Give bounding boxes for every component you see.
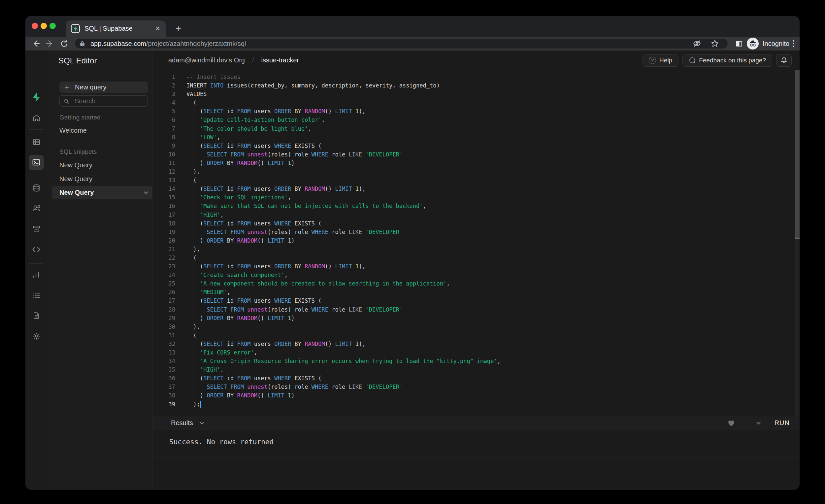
bookmark-star-icon[interactable] [710,39,719,48]
code-line[interactable]: 15 'Check for SQL injections', [152,193,800,202]
code-line[interactable]: 34 'A Cross Origin Resource Sharing erro… [152,357,800,365]
sql-editor-icon[interactable] [25,155,47,170]
code-line[interactable]: 3VALUES [152,90,800,98]
code-line[interactable]: 2INSERT INTO issues(created_by, summary,… [152,81,800,90]
side-panel-icon[interactable] [735,40,743,48]
results-chevron-icon[interactable] [200,420,204,424]
chevron-down-icon[interactable] [144,190,148,194]
code-line[interactable]: 5 (SELECT id FROM users ORDER BY RANDOM(… [152,107,800,116]
forward-button[interactable] [45,39,55,48]
code-line[interactable]: 38 ) ORDER BY RANDOM() LIMIT 1) [152,391,800,400]
code-line[interactable]: 28 SELECT FROM unnest(roles) role WHERE … [152,305,800,314]
search-input[interactable]: Search [59,95,148,106]
new-query-button[interactable]: New query [59,81,148,93]
sidebar-item-new-query-3-active[interactable]: New Query [52,186,152,199]
code-line[interactable]: 30 ), [152,322,800,331]
logs-icon[interactable] [25,288,47,302]
sql-code-editor[interactable]: 1-- Insert issues2INSERT INTO issues(cre… [152,70,800,416]
code-line[interactable]: 39 ); [152,400,800,409]
edge-functions-icon[interactable] [25,243,47,256]
sidebar-item-new-query-2[interactable]: New Query [59,175,92,183]
breadcrumb-org[interactable]: adam@windmill.dev's Org [168,57,245,64]
database-icon[interactable] [25,181,47,195]
code-line[interactable]: 37 SELECT FROM unnest(roles) role WHERE … [152,382,800,391]
code-line[interactable]: 22 ( [152,254,800,262]
code-line[interactable]: 18 (SELECT id FROM users WHERE EXISTS ( [152,219,800,228]
code-line[interactable]: 17 'HIGH', [152,211,800,219]
code-line[interactable]: 9 (SELECT id FROM users WHERE EXISTS ( [152,142,800,150]
code-line[interactable]: 23 (SELECT id FROM users ORDER BY RANDOM… [152,262,800,271]
scrollbar-thumb[interactable] [795,70,800,239]
code-line[interactable]: 16 'Make sure that SQL can not be inject… [152,202,800,210]
url-text: app.supabase.com/project/azahtnhqohyjerz… [90,40,246,48]
close-window-button[interactable] [32,23,38,29]
close-tab-icon[interactable]: ✕ [155,25,160,32]
help-button[interactable]: ? Help [643,54,678,67]
tab-title: SQL | Supabase [84,25,155,32]
code-line[interactable]: 14 (SELECT id FROM users ORDER BY RANDOM… [152,185,800,193]
browser-tab[interactable]: SQL | Supabase ✕ [66,20,166,37]
code-line[interactable]: 33 'Fix CORS error', [152,348,800,357]
run-button[interactable]: RUN [774,419,790,427]
editor-scrollbar[interactable] [795,70,800,416]
account-icon[interactable] [25,489,47,490]
breadcrumb-project[interactable]: issue-tracker [261,57,299,64]
code-line[interactable]: 21 ), [152,245,800,254]
code-line[interactable]: 6 'Update call-to-action button color', [152,116,800,124]
line-number: 20 [152,236,175,245]
browser-window: SQL | Supabase ✕ + app.supabase.com/proj… [25,16,800,490]
code-line[interactable]: 31 ( [152,331,800,340]
code-line[interactable]: 32 (SELECT id FROM users ORDER BY RANDOM… [152,340,800,348]
code-line[interactable]: 27 (SELECT id FROM users WHERE EXISTS ( [152,296,800,305]
incognito-badge: Incognito [747,38,790,50]
code-line[interactable]: 35 'HIGH', [152,365,800,374]
code-line[interactable]: 19 SELECT FROM unnest(roles) role WHERE … [152,228,800,236]
supabase-app: SQL Editor New query Search Getting star… [25,51,800,490]
code-line[interactable]: 36 (SELECT id FROM users WHERE EXISTS ( [152,374,800,382]
sidebar-item-new-query-1[interactable]: New Query [59,161,92,169]
line-number: 33 [152,348,175,357]
code-line[interactable]: 7 'The color should be light blue', [152,125,800,133]
code-line[interactable]: 1-- Insert issues [152,73,800,81]
code-line[interactable]: 20 ) ORDER BY RANDOM() LIMIT 1) [152,236,800,245]
home-icon[interactable] [25,111,47,125]
sidebar-item-welcome[interactable]: Welcome [59,127,87,134]
authentication-icon[interactable] [25,202,47,215]
reports-icon[interactable] [25,268,47,281]
table-editor-icon[interactable] [25,135,47,149]
settings-gear-icon[interactable] [25,330,47,343]
sql-editor-sidebar: SQL Editor New query Search Getting star… [47,51,152,490]
favorite-heart-icon[interactable] [727,419,735,427]
supabase-logo[interactable] [25,91,47,104]
code-line[interactable]: 11 ) ORDER BY RANDOM() LIMIT 1) [152,159,800,167]
docs-icon[interactable] [25,309,47,322]
code-line[interactable]: 25 'A new component should be created to… [152,279,800,288]
new-tab-button[interactable]: + [173,24,183,34]
code-line[interactable]: 26 'MEDIUM', [152,288,800,296]
code-line[interactable]: 12 ), [152,167,800,176]
run-options-chevron-icon[interactable] [756,420,761,424]
bell-icon [780,57,788,64]
back-button[interactable] [31,39,41,48]
zoom-window-button[interactable] [50,23,56,29]
search-placeholder: Search [75,97,95,105]
feedback-button[interactable]: Feedback on this page? [682,54,772,67]
question-icon: ? [649,57,656,64]
code-line[interactable]: 8 'LOW', [152,133,800,142]
code-line[interactable]: 29 ) ORDER BY RANDOM() LIMIT 1) [152,314,800,322]
code-line[interactable]: 4 ( [152,98,800,107]
storage-icon[interactable] [25,222,47,235]
code-line[interactable]: 10 SELECT FROM unnest(roles) role WHERE … [152,150,800,159]
code-line[interactable]: 13 ( [152,176,800,185]
url-bar[interactable]: app.supabase.com/project/azahtnhqohyjerz… [75,39,728,49]
notifications-button[interactable] [776,54,792,67]
eye-off-icon[interactable] [693,39,701,48]
line-number: 24 [152,271,175,279]
code-line[interactable]: 24 'Create search component', [152,271,800,279]
minimize-window-button[interactable] [41,23,47,29]
reload-button[interactable] [59,39,69,48]
line-number: 14 [152,185,175,193]
line-number: 21 [152,245,175,254]
results-label[interactable]: Results [171,419,193,427]
browser-menu-button[interactable] [792,39,795,48]
